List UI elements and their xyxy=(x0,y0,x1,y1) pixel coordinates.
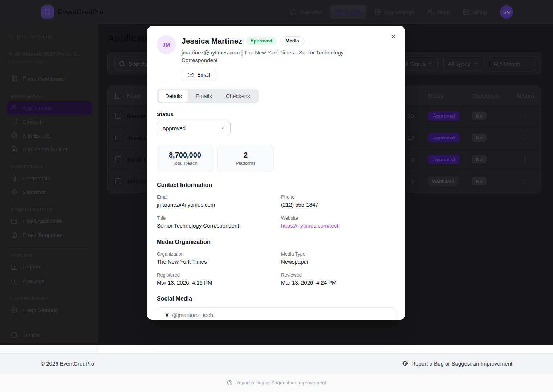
field-website: Website https://nytimes.com/tech xyxy=(281,215,395,229)
platforms-card: 2 Platforms xyxy=(217,145,274,172)
report-bug-secondary-link[interactable]: Report a Bug or Suggest an Improvement xyxy=(235,380,326,385)
tab-emails[interactable]: Emails xyxy=(189,90,219,102)
applicant-subtitle: jmartinez@nytimes.com | The New York Tim… xyxy=(182,49,358,64)
bug-icon xyxy=(402,360,408,366)
contact-information-heading: Contact Information xyxy=(157,182,395,188)
field-label: Media Type xyxy=(281,251,395,257)
field-value: (212) 555-1847 xyxy=(281,201,395,208)
field-title: Title Senior Technology Correspondent xyxy=(157,215,281,229)
email-button[interactable]: Email xyxy=(182,69,216,81)
media-organization-heading: Media Organization xyxy=(157,239,395,245)
report-bug-label: Report a Bug or Suggest an Improvement xyxy=(411,360,512,367)
contact-information-grid: Email jmartinez@nytimes.com Phone (212) … xyxy=(157,194,395,229)
field-value: Mar 13, 2026, 4:24 PM xyxy=(281,279,395,286)
social-media-heading: Social Media xyxy=(157,295,395,302)
website-link[interactable]: https://nytimes.com/tech xyxy=(281,222,340,229)
copyright-text: © 2026 EventCredPro xyxy=(41,360,94,367)
media-type-badge: Media xyxy=(280,36,305,45)
field-organization: Organization The New York Times xyxy=(157,251,281,265)
mail-icon xyxy=(188,72,194,78)
stats-cards: 8,700,000 Total Reach 2 Platforms xyxy=(157,145,395,172)
field-value: The New York Times xyxy=(157,258,281,265)
field-label: Phone xyxy=(281,194,395,200)
modal-header: JM Jessica Martinez Approved Media jmart… xyxy=(157,35,395,81)
sidebar-bottom-strip xyxy=(0,345,98,353)
field-value: Senior Technology Correspondent xyxy=(157,222,281,229)
report-bug-link[interactable]: Report a Bug or Suggest an Improvement xyxy=(402,360,512,367)
tab-details[interactable]: Details xyxy=(158,90,189,102)
field-value: Newspaper xyxy=(281,258,395,265)
social-media-list: X @jmartinez_tech Linkedin @jessicamarti… xyxy=(157,307,395,320)
tab-check-ins[interactable]: Check-ins xyxy=(219,90,257,102)
field-email: Email jmartinez@nytimes.com xyxy=(157,194,281,208)
modal-tabs: Details Emails Check-ins xyxy=(157,89,259,103)
field-label: Reviewed xyxy=(281,272,395,278)
field-label: Registered xyxy=(157,272,281,278)
field-label: Title xyxy=(157,215,281,221)
field-phone: Phone (212) 555-1847 xyxy=(281,194,395,208)
applicant-name-title: Jessica Martinez xyxy=(182,37,242,45)
applicant-detail-modal: JM Jessica Martinez Approved Media jmart… xyxy=(147,26,405,320)
close-icon[interactable] xyxy=(390,33,397,40)
help-circle-icon xyxy=(227,380,232,385)
field-label: Email xyxy=(157,194,281,200)
approved-badge: Approved xyxy=(246,37,277,45)
social-platform: X xyxy=(165,312,169,318)
platforms-label: Platforms xyxy=(236,160,256,166)
field-label: Website xyxy=(281,215,395,221)
status-select-value: Approved xyxy=(162,125,186,131)
field-registered: Registered Mar 13, 2026, 4:19 PM xyxy=(157,272,281,286)
platforms-value: 2 xyxy=(244,151,248,159)
field-reviewed: Reviewed Mar 13, 2026, 4:24 PM xyxy=(281,272,395,286)
app-footer: © 2026 EventCredPro Report a Bug or Sugg… xyxy=(0,353,553,373)
field-label: Organization xyxy=(157,251,281,257)
content-bottom-strip xyxy=(0,345,553,353)
chevron-down-icon xyxy=(220,126,225,131)
field-media-type: Media Type Newspaper xyxy=(281,251,395,265)
email-button-label: Email xyxy=(197,72,210,78)
total-reach-label: Total Reach xyxy=(172,160,198,166)
status-select[interactable]: Approved xyxy=(157,121,231,135)
status-label: Status xyxy=(157,111,395,117)
total-reach-card: 8,700,000 Total Reach xyxy=(157,145,213,172)
applicant-avatar: JM xyxy=(157,35,176,54)
media-organization-grid: Organization The New York Times Media Ty… xyxy=(157,251,395,286)
page-footer: Report a Bug or Suggest an Improvement xyxy=(0,373,553,392)
field-value: jmartinez@nytimes.com xyxy=(157,201,281,208)
field-value: Mar 13, 2026, 4:19 PM xyxy=(157,279,281,286)
social-handle: @jmartinez_tech xyxy=(172,312,213,318)
social-row-x: X @jmartinez_tech xyxy=(157,308,395,320)
total-reach-value: 8,700,000 xyxy=(169,151,201,159)
